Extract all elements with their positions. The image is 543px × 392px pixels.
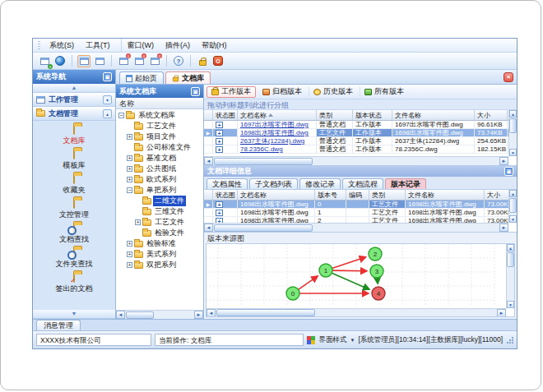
graph-horizontal-scrollbar[interactable]: ◄► [207,308,506,316]
column-header[interactable]: 大小 [485,190,508,201]
version-filter-button[interactable]: 归档版本 [258,86,307,98]
tree-column-header[interactable]: 名称 [116,98,203,109]
scroll-down-strip[interactable]: ▼ [33,310,115,319]
column-header[interactable]: 版本状态 [353,110,392,121]
tree-expander-icon[interactable]: + [127,251,132,257]
table-row[interactable]: ▶ + 1698出水嘴零件图.dwg 工艺文件 工作版本 1698出水嘴零件图.… [204,129,508,137]
scroll-right-icon[interactable]: ► [194,311,203,319]
tab-start-page[interactable]: 起始页 [119,71,164,84]
logout-icon[interactable]: O [211,55,225,67]
globe-icon[interactable] [53,55,67,67]
table-row[interactable]: ▶ + 78.2356C.dwg 普通文档 工作版本 78.2356C.dwg … [204,145,508,154]
window-grid-icon[interactable] [93,55,106,67]
tree-expander-icon[interactable]: − [127,187,132,193]
scrollbar-thumb[interactable] [126,311,154,319]
table-row[interactable]: ▶ + 1698出水嘴零件图.dwg 0 工艺文件 1698出水嘴零件图.dwg… [204,201,508,209]
menu-system[interactable]: 系统(S) [44,39,80,53]
tree-item[interactable]: 工艺文件 [116,121,203,131]
menu-help[interactable]: 帮助(H) [196,39,233,53]
tree-item[interactable]: 三维文件 [116,206,203,217]
column-header[interactable]: 编码 [346,190,369,201]
tree-expander-icon[interactable]: + [127,177,132,182]
pin-icon[interactable]: ▣ [504,167,513,176]
version-graph[interactable]: 01234 ▲▼ ◄► [206,243,515,317]
document-name-link[interactable]: 2637主体(12284).dwg [240,137,304,145]
tree-horizontal-scrollbar[interactable]: ◄ ► [116,310,203,319]
table-row[interactable]: ▶ + 2637主体(12284).dwg 普通文档 工作版本 2637主体(1… [204,137,508,145]
detail-tab[interactable]: 子文档列表 [249,178,298,189]
sidebar-group-work[interactable]: 工作管理 ▾ [33,93,115,107]
tree-expander-icon[interactable]: + [127,262,132,268]
detail-tab[interactable]: 文档流程 [342,178,383,189]
ui-style-dropdown[interactable]: 界面样式 [318,335,346,345]
column-header[interactable]: 文档名称 [238,190,315,201]
tree-item[interactable]: − 单把系列 [116,185,203,196]
sidebar-item[interactable]: 收藏夹 [36,173,112,198]
tree-expander-icon[interactable]: + [127,166,132,172]
sidebar-item[interactable]: 文控管理 [36,198,112,223]
tree-expander-icon[interactable]: + [127,241,132,247]
column-header[interactable]: 状态图 [213,190,238,201]
chevron-up-icon[interactable]: ▴ [103,109,112,118]
tree-item[interactable]: + 欧式系列 [116,174,203,185]
toolbar-grip[interactable] [38,41,40,50]
resize-grip[interactable] [506,336,513,344]
tree-item[interactable]: 二维文件 [116,196,203,206]
tree-expander-icon[interactable]: + [127,155,132,161]
tree-item[interactable]: + 检验标准 [116,238,203,249]
scroll-left-icon[interactable]: ◄ [116,311,125,319]
sidebar-item[interactable]: 文件夹查找 [36,247,112,272]
menu-window[interactable]: 窗口(W) [121,39,160,53]
tree-item[interactable]: + 项目文件 [116,131,203,142]
window-icon[interactable] [77,55,90,67]
tree-expander-icon[interactable]: + [135,219,141,225]
tree-item[interactable]: + 工艺文件 [116,217,203,228]
column-header[interactable]: 类别 [369,190,406,201]
tree-expander-icon[interactable]: − [118,113,124,118]
tree-item[interactable]: + 美式系列 [116,249,203,260]
group-by-hint[interactable]: 拖动列标题到此进行分组 [204,99,517,110]
window-close-icon[interactable]: x [132,55,146,67]
grid-horizontal-scrollbar[interactable]: ◄► [204,223,508,232]
monitor-add-icon[interactable]: + [38,55,51,67]
tree-expander-icon[interactable]: + [127,134,132,140]
detail-tab[interactable]: 修改记录 [299,178,341,189]
tab-doc-library[interactable]: 文档库 [165,71,211,84]
column-header[interactable]: 类别 [317,110,353,121]
column-header[interactable]: 文件名称 [392,110,475,121]
tree-item[interactable]: 检验文件 [116,228,203,238]
document-name-link[interactable]: 1698出水嘴零件图.dwg [240,129,309,137]
pin-icon[interactable]: ▣ [191,87,200,96]
tree-item[interactable]: + 基准文档 [116,153,203,164]
detail-tab[interactable]: 版本记录 [385,178,426,189]
column-header[interactable]: 大小 [475,110,508,121]
graph-vertical-scrollbar[interactable]: ▲▼ [506,244,514,308]
window-close-icon[interactable]: x [117,55,130,67]
column-header[interactable]: 状态图 [213,110,238,121]
sidebar-item[interactable]: 签出的文档 [36,272,112,297]
column-header[interactable]: 文件名称 [406,190,485,201]
document-name-link[interactable]: 78.2356C.dwg [240,145,283,153]
grid-vertical-scrollbar[interactable]: ▲▼ [508,110,517,156]
column-header[interactable]: 版本号 [315,190,346,201]
tree-item[interactable]: + 公共图纸 [116,164,203,174]
tree-item[interactable]: + 双把系列 [116,260,203,270]
tab-message-management[interactable]: 消息管理 [36,320,81,330]
document-name-link[interactable]: 1697出水嘴零件图.dwg [240,121,309,129]
chevron-down-icon[interactable]: ▾ [103,95,112,104]
tree-item[interactable]: − 系统文档库 [116,110,203,121]
grid-horizontal-scrollbar[interactable]: ◄► [204,156,508,165]
sidebar-item[interactable]: 模板库 [36,149,112,173]
table-row[interactable]: ▶ + 1697出水嘴零件图.dwg 普通文档 工作版本 1697出水嘴零件图.… [204,121,508,129]
grid-vertical-scrollbar[interactable]: ▲▼ [508,190,517,223]
version-filter-button[interactable]: 历史版本 [309,86,358,98]
detail-tab[interactable]: 文档属性 [207,178,248,189]
menu-plugins[interactable]: 插件(A) [160,39,196,53]
sidebar-item[interactable]: 文档查找 [36,223,112,247]
lock-icon[interactable] [196,55,209,67]
tree-item[interactable]: 公司标准文件 [116,142,203,153]
chevron-down-icon[interactable]: ▼ [350,338,355,343]
pin-icon[interactable]: ▣ [103,72,112,81]
column-header[interactable]: 文档名称 [238,110,317,121]
version-filter-button[interactable]: 工作版本 [207,86,256,98]
